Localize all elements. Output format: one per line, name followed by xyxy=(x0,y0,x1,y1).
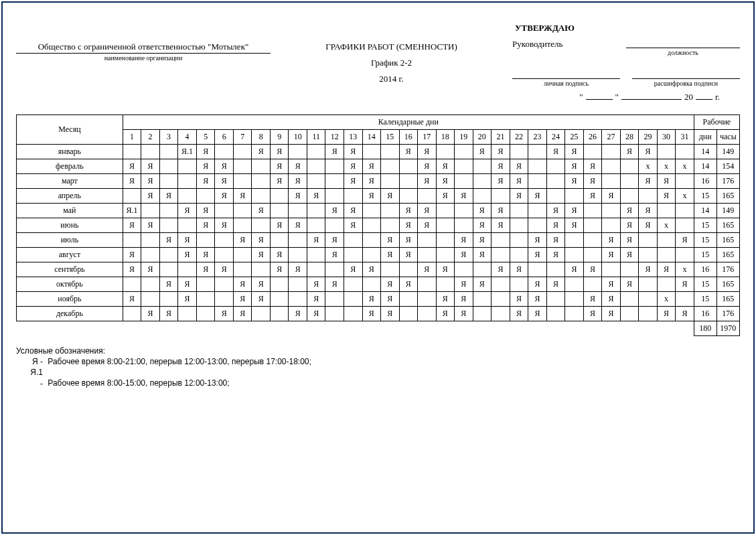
day-cell xyxy=(455,204,473,218)
day-cell: Я xyxy=(528,292,547,307)
day-cell: Я xyxy=(436,174,455,189)
decode-line xyxy=(632,70,740,79)
day-cell xyxy=(233,262,252,277)
dni-header: дни xyxy=(694,130,716,145)
day-number: 19 xyxy=(455,130,473,145)
day-cell: Я xyxy=(123,248,141,262)
day-cell: Я xyxy=(381,189,400,204)
day-cell: Я xyxy=(362,159,381,174)
day-cell xyxy=(473,174,492,189)
day-cell: Я xyxy=(639,145,658,159)
day-cell xyxy=(455,145,473,159)
header: Общество с ограниченной ответственностью… xyxy=(16,23,740,102)
day-cell xyxy=(381,159,400,174)
day-cell xyxy=(583,233,602,248)
month-cell: октябрь xyxy=(17,277,123,292)
day-cell: Я xyxy=(602,189,621,204)
day-cell: Я xyxy=(178,204,197,218)
row-days: 15 xyxy=(694,218,716,233)
day-cell: Я xyxy=(215,262,234,277)
schedule-table: Месяц Календарные дни Рабочие 1234567891… xyxy=(16,114,740,336)
day-cell xyxy=(344,292,363,307)
day-cell xyxy=(123,277,141,292)
day-cell: Я.1 xyxy=(178,145,197,159)
day-cell xyxy=(510,145,528,159)
day-cell: Я xyxy=(362,189,381,204)
day-cell xyxy=(307,145,325,159)
day-cell xyxy=(510,233,528,248)
day-cell: Я xyxy=(639,262,658,277)
day-cell xyxy=(602,145,621,159)
day-number: 3 xyxy=(159,130,178,145)
day-cell: Я xyxy=(159,189,178,204)
day-cell xyxy=(141,204,160,218)
day-cell xyxy=(159,292,178,307)
day-cell: Я xyxy=(583,189,602,204)
schedule-name: График 2-2 xyxy=(271,58,512,68)
day-cell xyxy=(289,233,307,248)
day-cell: Я xyxy=(252,204,271,218)
day-cell: Я xyxy=(418,218,437,233)
day-cell xyxy=(307,218,325,233)
day-cell xyxy=(362,248,381,262)
day-cell: Я xyxy=(344,204,363,218)
day-cell xyxy=(141,145,160,159)
day-cell xyxy=(307,204,325,218)
day-cell: Я xyxy=(565,174,584,189)
day-cell: Я xyxy=(583,262,602,277)
table-row: февральЯЯЯЯЯЯЯЯЯЯЯЯЯЯххх14154 xyxy=(17,159,740,174)
day-cell xyxy=(620,174,639,189)
day-cell xyxy=(676,292,694,307)
day-cell xyxy=(418,292,437,307)
day-cell xyxy=(528,145,547,159)
day-cell xyxy=(344,233,363,248)
month-cell: август xyxy=(17,248,123,262)
day-cell xyxy=(196,292,215,307)
day-cell xyxy=(289,145,307,159)
table-row: апрельЯЯЯЯЯЯЯЯЯЯЯЯЯЯЯх15165 xyxy=(17,189,740,204)
table-row: июньЯЯЯЯЯЯЯЯЯЯЯЯЯЯЯх15165 xyxy=(17,218,740,233)
row-days: 14 xyxy=(694,145,716,159)
day-cell xyxy=(252,218,271,233)
day-cell: Я xyxy=(381,233,400,248)
day-cell: Я xyxy=(546,233,565,248)
day-cell: Я xyxy=(418,159,437,174)
day-cell xyxy=(583,248,602,262)
day-cell: Я xyxy=(473,204,492,218)
day-cell: Я xyxy=(565,145,584,159)
day-cell xyxy=(418,189,437,204)
day-cell: Я xyxy=(141,307,160,321)
day-cell xyxy=(620,307,639,321)
table-row: мартЯЯЯЯЯЯЯЯЯЯЯЯЯЯЯЯ16176 xyxy=(17,174,740,189)
day-cell xyxy=(215,248,234,262)
legend-item: Я - Рабочее время 8:00-21:00, перерыв 12… xyxy=(16,356,740,367)
day-cell: Я xyxy=(473,248,492,262)
day-cell: Я xyxy=(362,174,381,189)
day-cell xyxy=(252,189,271,204)
day-cell xyxy=(565,189,584,204)
day-cell xyxy=(639,233,658,248)
day-cell xyxy=(215,204,234,218)
row-days: 16 xyxy=(694,307,716,321)
day-cell xyxy=(252,307,271,321)
day-cell: Я xyxy=(123,292,141,307)
day-cell: Я xyxy=(676,307,694,321)
day-cell xyxy=(546,159,565,174)
day-cell: Я xyxy=(510,174,528,189)
day-cell xyxy=(639,248,658,262)
day-cell: Я xyxy=(381,248,400,262)
day-cell xyxy=(344,248,363,262)
day-cell xyxy=(620,189,639,204)
day-cell xyxy=(546,189,565,204)
day-cell xyxy=(436,277,455,292)
day-cell: Я xyxy=(325,277,344,292)
day-cell xyxy=(473,292,492,307)
day-cell: Я xyxy=(436,292,455,307)
day-cell: х xyxy=(657,218,676,233)
day-cell: Я xyxy=(473,233,492,248)
day-cell xyxy=(270,189,289,204)
day-cell: Я xyxy=(270,145,289,159)
day-cell xyxy=(602,159,621,174)
day-cell xyxy=(492,292,510,307)
day-cell: Я xyxy=(602,292,621,307)
